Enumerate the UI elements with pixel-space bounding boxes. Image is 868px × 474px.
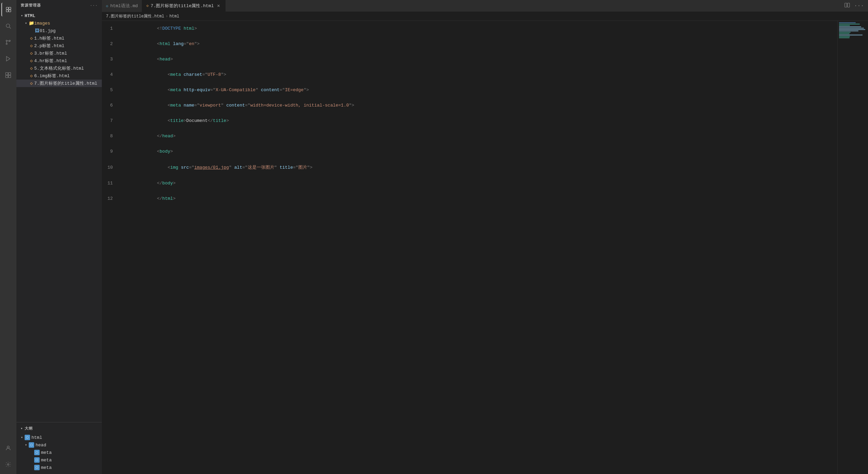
breadcrumb-file[interactable]: 7.图片标签的title属性.html <box>106 13 164 19</box>
outline-item-meta1[interactable]: ▸ ⬡ meta <box>16 449 102 456</box>
line-code-5[interactable]: <meta http-equiv="X-UA-Compatible" conte… <box>118 82 837 98</box>
minimap-line <box>839 33 850 34</box>
code-editor[interactable]: 1 <!DOCTYPE html> 2 <html lang="en"> <box>102 21 837 474</box>
minimap-line <box>839 34 863 36</box>
line-11: 11 </body> <box>102 176 837 191</box>
val: UTF-8 <box>208 72 221 77</box>
tree-item-file7[interactable]: ▸ ◇ 7.图片标签的title属性.html <box>16 80 102 87</box>
outline-label-head: head <box>36 443 46 448</box>
svg-rect-16 <box>845 3 847 7</box>
tree-item-01jpg[interactable]: ▸ 🖼 01.jpg <box>16 27 102 34</box>
line-code-7[interactable]: <title>Document</title> <box>118 113 837 128</box>
tree-item-file3[interactable]: ▸ ◇ 3.br标签.html <box>16 50 102 57</box>
line-code-6[interactable]: <meta name="viewport" content="width=dev… <box>118 98 837 113</box>
sidebar-title: 资源管理器 <box>21 3 41 8</box>
tree-item-file6[interactable]: ▸ ◇ 6.img标签.html <box>16 72 102 80</box>
tree-root-html[interactable]: ▾ HTML <box>16 12 102 19</box>
outline-item-meta3[interactable]: ▸ ⬡ meta <box>16 464 102 471</box>
tree-label-01jpg: 01.jpg <box>40 28 56 33</box>
indent <box>157 87 167 93</box>
html-tag: html <box>162 196 173 201</box>
split-editor-icon[interactable] <box>843 1 851 11</box>
line-code-12[interactable]: </html> <box>118 191 837 206</box>
svg-point-4 <box>6 24 10 28</box>
search-icon[interactable] <box>1 19 15 33</box>
punct: =" <box>210 87 216 93</box>
extensions-icon[interactable] <box>1 68 15 82</box>
line-code-8[interactable]: </head> <box>118 128 837 144</box>
tree-item-file5[interactable]: ▸ ◇ 5.文本格式化标签.html <box>16 65 102 72</box>
outline-title: 大纲 <box>25 426 33 431</box>
outline-arrow-head: ▾ <box>23 443 29 447</box>
meta-tag: meta <box>170 87 181 93</box>
val: IE=edge <box>285 87 304 93</box>
line-1: 1 <!DOCTYPE html> <box>102 21 837 36</box>
sidebar-header: 资源管理器 ··· <box>16 0 102 11</box>
line-code-1[interactable]: <!DOCTYPE html> <box>118 21 837 36</box>
account-icon[interactable] <box>1 441 15 455</box>
source-control-icon[interactable] <box>1 36 15 49</box>
outline-header[interactable]: ▾ 大纲 <box>16 424 102 433</box>
punct: > <box>226 118 229 123</box>
tab-title-attr[interactable]: ◇ 7.图片标签的title属性.html ✕ <box>142 0 226 12</box>
outline-item-head[interactable]: ▾ ⬡ head <box>16 441 102 449</box>
more-actions-icon[interactable]: ··· <box>853 1 865 10</box>
tree-item-file2[interactable]: ▸ ◇ 2.p标签.html <box>16 42 102 50</box>
attr: name <box>184 103 194 108</box>
minimap-line <box>839 28 864 29</box>
outline-item-meta2[interactable]: ▸ ⬡ meta <box>16 456 102 464</box>
tree-item-images[interactable]: ▾ 📁 images <box>16 19 102 27</box>
outline-item-html[interactable]: ▾ ⬡ html <box>16 434 102 441</box>
settings-icon[interactable] <box>1 458 15 471</box>
punct: > <box>173 134 176 139</box>
attr: content <box>226 103 245 108</box>
tab-bar-actions: ··· <box>843 1 868 11</box>
svg-rect-13 <box>6 75 8 78</box>
html-tag: html <box>184 26 194 31</box>
line-code-4[interactable]: <meta charset="UTF-8"> <box>118 67 837 82</box>
space <box>258 87 261 93</box>
line-code-3[interactable]: <head> <box>118 52 837 67</box>
punct: " <box>229 165 232 170</box>
html-file-icon-1: ◇ <box>29 36 34 41</box>
breadcrumb-html[interactable]: html <box>169 14 179 19</box>
minimap-line <box>839 30 858 31</box>
body-tag: body <box>160 149 170 154</box>
outline-label-meta1: meta <box>41 450 52 455</box>
svg-rect-17 <box>847 3 850 7</box>
sidebar-more-button[interactable]: ··· <box>90 3 98 8</box>
line-num-9: 9 <box>102 144 118 159</box>
breadcrumb-sep1: › <box>165 14 168 19</box>
space <box>223 103 226 108</box>
line-num-2: 2 <box>102 36 118 52</box>
val: width=device-width, initial-scale=1.0 <box>250 103 349 108</box>
main-area: ◇ html语法.md ◇ 7.图片标签的title属性.html ✕ ··· … <box>102 0 868 474</box>
line-12: 12 </html> <box>102 191 837 206</box>
punct: </ <box>208 118 213 123</box>
attr: charset <box>184 72 202 77</box>
meta-tag: meta <box>170 103 181 108</box>
line-code-9[interactable]: <body> <box>118 144 837 159</box>
editor-area: 1 <!DOCTYPE html> 2 <html lang="en"> <box>102 21 868 474</box>
run-icon[interactable] <box>1 52 15 66</box>
tree-label-file4: 4.hr标签.html <box>34 58 67 64</box>
line-code-2[interactable]: <html lang="en"> <box>118 36 837 52</box>
attr: lang <box>173 41 184 46</box>
tab-close-title[interactable]: ✕ <box>216 3 221 9</box>
minimap-line <box>839 24 860 25</box>
line-5: 5 <meta http-equiv="X-UA-Compatible" con… <box>102 82 837 98</box>
line-num-7: 7 <box>102 113 118 128</box>
head-tag: head <box>160 57 170 62</box>
line-code-11[interactable]: </body> <box>118 176 837 191</box>
line-6: 6 <meta name="viewport" content="width=d… <box>102 98 837 113</box>
explorer-icon[interactable] <box>1 3 15 16</box>
minimap-line <box>839 32 851 33</box>
line-code-10[interactable]: <img src="images/01.jpg" alt="这是一张图片" ti… <box>118 159 837 176</box>
punct: "> <box>303 87 309 93</box>
tab-htmlmd[interactable]: ◇ html语法.md <box>102 0 142 12</box>
tree-item-file4[interactable]: ▸ ◇ 4.hr标签.html <box>16 57 102 65</box>
punct: > <box>194 26 197 31</box>
minimap-line <box>839 26 861 27</box>
activity-bar <box>0 0 16 474</box>
tree-item-file1[interactable]: ▸ ◇ 1.h标签.html <box>16 34 102 42</box>
